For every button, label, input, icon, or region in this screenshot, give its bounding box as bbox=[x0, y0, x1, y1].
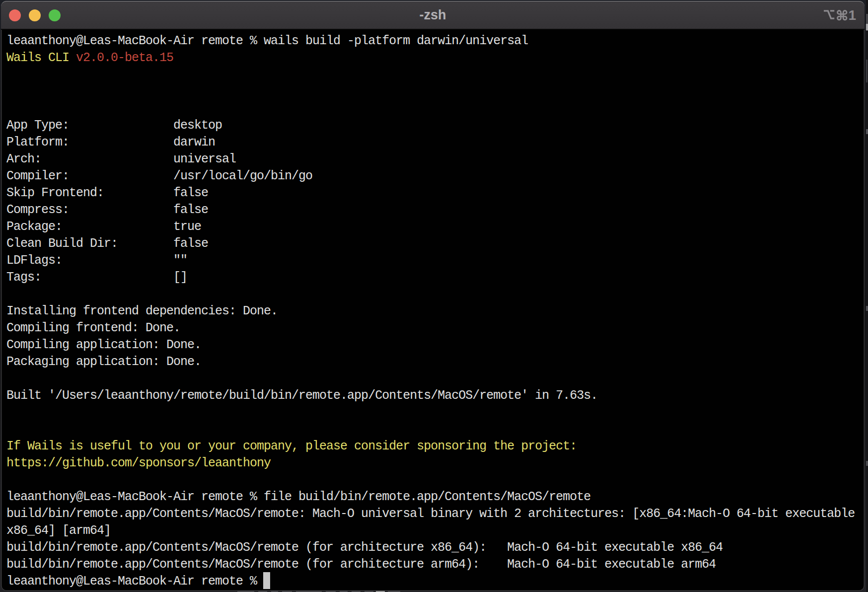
svg-text:1: 1 bbox=[849, 7, 857, 23]
